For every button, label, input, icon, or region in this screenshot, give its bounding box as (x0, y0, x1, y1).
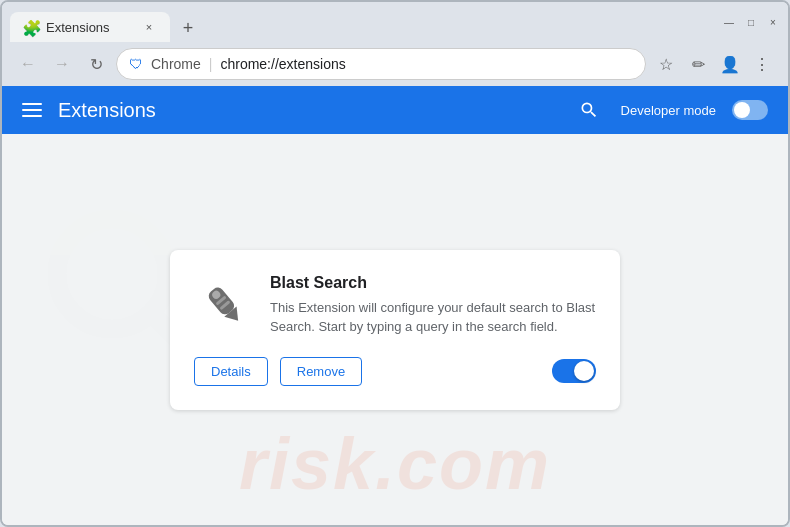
extension-icon (194, 274, 254, 334)
toolbar: ← → ↻ 🛡 Chrome | chrome://extensions ☆ ✏… (2, 42, 788, 86)
extension-toggle-knob (574, 361, 594, 381)
back-icon: ← (20, 55, 36, 73)
url-text: chrome://extensions (220, 56, 633, 72)
remove-button[interactable]: Remove (280, 357, 362, 386)
maximize-button[interactable]: □ (744, 15, 758, 29)
extension-description: This Extension will configure your defau… (270, 298, 596, 337)
card-footer: Details Remove (194, 357, 596, 386)
watermark-text: risk.com (2, 423, 788, 505)
bookmark-icon: ☆ (659, 55, 673, 74)
extension-toggle[interactable] (552, 359, 596, 383)
hamburger-menu-button[interactable] (22, 103, 42, 117)
tabs-area: 🧩 Extensions × + (10, 2, 710, 42)
edit-icon: ✏ (692, 55, 705, 74)
profile-button[interactable]: 👤 (716, 50, 744, 78)
toolbar-icons: ☆ ✏ 👤 ⋮ (652, 50, 776, 78)
forward-button[interactable]: → (48, 50, 76, 78)
details-button[interactable]: Details (194, 357, 268, 386)
bookmark-button[interactable]: ☆ (652, 50, 680, 78)
title-bar: 🧩 Extensions × + — □ × (2, 2, 788, 42)
extension-info: Blast Search This Extension will configu… (270, 274, 596, 337)
tab-label: Extensions (46, 20, 132, 35)
url-separator: | (209, 56, 213, 72)
menu-icon: ⋮ (754, 55, 770, 74)
tab-favicon: 🧩 (22, 19, 38, 35)
window-controls: — □ × (722, 15, 780, 29)
back-button[interactable]: ← (14, 50, 42, 78)
edit-button[interactable]: ✏ (684, 50, 712, 78)
reload-icon: ↻ (90, 55, 103, 74)
tab-close-button[interactable]: × (140, 18, 158, 36)
forward-icon: → (54, 55, 70, 73)
browser-window: 🧩 Extensions × + — □ × ← → ↻ 🛡 Chrome | … (0, 0, 790, 527)
developer-mode-label: Developer mode (621, 103, 716, 118)
address-bar[interactable]: 🛡 Chrome | chrome://extensions (116, 48, 646, 80)
toggle-knob (734, 102, 750, 118)
chrome-label: Chrome (151, 56, 201, 72)
svg-point-0 (57, 219, 167, 329)
new-tab-button[interactable]: + (174, 14, 202, 42)
minimize-button[interactable]: — (722, 15, 736, 29)
extensions-header: Extensions Developer mode (2, 86, 788, 134)
card-header: Blast Search This Extension will configu… (194, 274, 596, 337)
developer-mode-toggle[interactable] (732, 100, 768, 120)
menu-button[interactable]: ⋮ (748, 50, 776, 78)
close-window-button[interactable]: × (766, 15, 780, 29)
extension-card: Blast Search This Extension will configu… (170, 250, 620, 410)
search-icon (579, 100, 599, 120)
extension-name: Blast Search (270, 274, 596, 292)
extensions-page-title: Extensions (58, 99, 557, 122)
active-tab[interactable]: 🧩 Extensions × (10, 12, 170, 42)
reload-button[interactable]: ↻ (82, 50, 110, 78)
header-search-button[interactable] (573, 94, 605, 126)
site-secure-icon: 🛡 (129, 56, 143, 72)
profile-icon: 👤 (720, 55, 740, 74)
main-content: risk.com (2, 134, 788, 525)
